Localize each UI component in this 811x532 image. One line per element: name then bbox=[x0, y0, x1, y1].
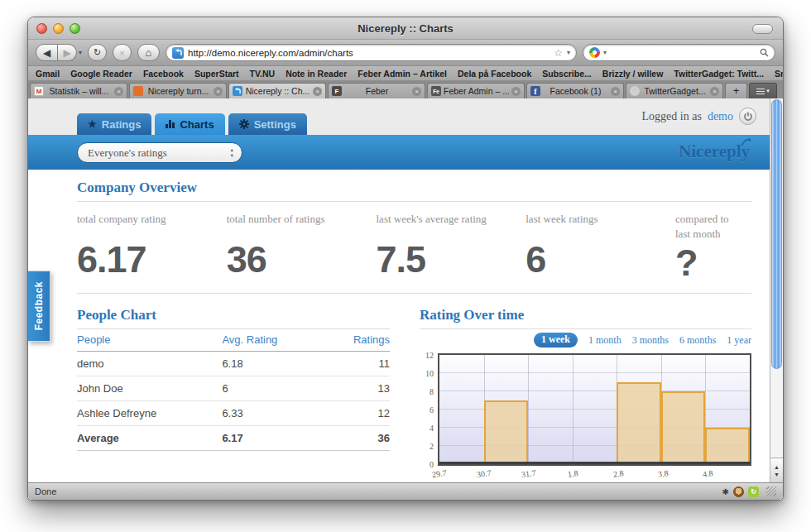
web-search-input[interactable] bbox=[610, 48, 756, 58]
tab-close-icon[interactable]: × bbox=[412, 87, 421, 96]
bug-icon[interactable]: ✱ bbox=[722, 487, 729, 496]
tab-ratings[interactable]: ★ Ratings bbox=[77, 113, 151, 135]
bookmark-item[interactable]: Note in Reader bbox=[286, 69, 347, 79]
stop-icon: × bbox=[119, 48, 124, 58]
x-tick-label: 29.7 bbox=[431, 468, 447, 479]
column-header-people[interactable]: People bbox=[77, 329, 222, 352]
bookmark-item[interactable]: Subscribe... bbox=[542, 69, 592, 79]
reload-button[interactable]: ↻ bbox=[88, 44, 107, 61]
browser-tab-twittergadget[interactable]: TwitterGadget... × bbox=[626, 83, 723, 98]
period-1-week[interactable]: 1 week bbox=[534, 333, 578, 347]
stat-last-week-average-rating: last week's average rating 7.5 bbox=[377, 212, 526, 285]
power-icon bbox=[743, 112, 753, 122]
tab-close-icon[interactable]: × bbox=[214, 87, 223, 96]
close-window-button[interactable] bbox=[36, 23, 47, 34]
browser-tab-statistik[interactable]: M Statistik – will... × bbox=[30, 83, 127, 98]
web-search-bar[interactable]: ▾ bbox=[583, 44, 775, 61]
toolbar-toggle-button[interactable] bbox=[752, 24, 773, 34]
app-header: ★ Ratings Charts Settings Logged in as d… bbox=[28, 98, 770, 135]
browser-tab-facebook[interactable]: f Facebook (1) × bbox=[526, 83, 624, 98]
url-dropdown-icon[interactable]: ▾ bbox=[567, 49, 570, 56]
logout-button[interactable] bbox=[739, 108, 756, 125]
vertical-scrollbar[interactable]: ▲ ▼ bbox=[770, 98, 783, 482]
divider bbox=[420, 328, 751, 329]
feber-admin-icon: Fe bbox=[431, 86, 441, 96]
bookmark-item[interactable]: TV.NU bbox=[250, 69, 276, 79]
scroll-up-arrow[interactable]: ▲ bbox=[774, 464, 780, 470]
y-tick-label: 10 bbox=[425, 369, 434, 378]
tab-close-icon[interactable]: × bbox=[114, 87, 123, 96]
twittergadget-icon bbox=[630, 86, 640, 96]
rating-over-time-title: Rating Over time bbox=[420, 307, 751, 324]
stat-total-number-of-ratings: total number of ratings 36 bbox=[227, 212, 377, 285]
bookmark-item[interactable]: Feber Admin – Artikel bbox=[358, 69, 447, 79]
period-6-months[interactable]: 6 months bbox=[679, 334, 716, 347]
scroll-down-arrow[interactable]: ▼ bbox=[774, 472, 780, 477]
home-button[interactable]: ⌂ bbox=[137, 44, 160, 61]
reload-icon: ↻ bbox=[94, 47, 101, 58]
bookmark-item[interactable]: Facebook bbox=[143, 69, 184, 79]
nicereply-logo: Nicereply bbox=[679, 141, 750, 162]
stop-button[interactable]: × bbox=[113, 44, 132, 61]
bookmark-item[interactable]: TwitterGadget: Twitt... bbox=[674, 69, 764, 79]
window-controls bbox=[36, 23, 80, 34]
status-bar: Done ✱ ↻ bbox=[28, 482, 783, 500]
bookmark-item[interactable]: Snip! bbox=[775, 69, 783, 79]
tab-close-icon[interactable]: × bbox=[313, 87, 322, 96]
bookmark-star-icon[interactable]: ☆ bbox=[554, 47, 563, 59]
logged-in-status: Logged in as demo bbox=[642, 108, 756, 125]
username-link[interactable]: demo bbox=[708, 110, 733, 123]
browser-tab-nicereply-blog[interactable]: Nicereply turn... × bbox=[129, 83, 227, 98]
app-body: Company Overview total company rating 6.… bbox=[28, 170, 770, 482]
tab-charts[interactable]: Charts bbox=[155, 113, 224, 135]
chart-bar bbox=[661, 391, 706, 464]
browser-tab-nicereply-charts[interactable]: Nicereply :: Ch... × bbox=[228, 83, 326, 98]
search-engine-dropdown-icon[interactable]: ▾ bbox=[603, 49, 607, 56]
nicereply-page: ★ Ratings Charts Settings Logged in as d… bbox=[28, 98, 770, 482]
back-button[interactable]: ◀ bbox=[36, 44, 58, 61]
tab-list-button[interactable]: ▾ bbox=[749, 83, 777, 98]
select-stepper-icon: ▲▼ bbox=[230, 147, 234, 157]
forward-button[interactable]: ▶ bbox=[58, 44, 77, 61]
browser-tab-feber[interactable]: F Feber × bbox=[328, 83, 425, 98]
sync-addon-icon[interactable]: ↻ bbox=[748, 486, 759, 497]
tab-close-icon[interactable]: × bbox=[710, 87, 719, 96]
column-header-avg-rating[interactable]: Avg. Rating bbox=[222, 329, 323, 352]
tab-close-icon[interactable]: × bbox=[511, 87, 521, 96]
address-bar[interactable]: ☆ ▾ bbox=[166, 44, 577, 61]
history-dropdown-icon[interactable]: ▾ bbox=[79, 49, 82, 56]
bookmark-item[interactable]: Dela på Facebook bbox=[458, 69, 531, 79]
period-3-months[interactable]: 3 months bbox=[632, 334, 669, 347]
minimize-window-button[interactable] bbox=[53, 23, 64, 34]
column-header-ratings[interactable]: Ratings bbox=[324, 329, 390, 352]
tab-settings[interactable]: Settings bbox=[228, 113, 307, 135]
tab-close-icon[interactable]: × bbox=[611, 87, 620, 96]
stat-total-company-rating: total company rating 6.17 bbox=[77, 212, 227, 285]
bookmark-item[interactable]: Google Reader bbox=[70, 69, 132, 79]
x-tick-label: 4.8 bbox=[702, 469, 713, 480]
chart-bar bbox=[484, 400, 529, 464]
site-favicon bbox=[172, 47, 184, 59]
bookmark-item[interactable]: SuperStart bbox=[194, 69, 239, 79]
overview-stats: total company rating 6.17 total number o… bbox=[77, 202, 751, 288]
x-tick-label: 1.8 bbox=[568, 469, 579, 480]
bookmark-item[interactable]: Brizzly / willew bbox=[602, 69, 664, 79]
new-tab-button[interactable]: + bbox=[725, 83, 747, 98]
feedback-tab[interactable]: Feedback bbox=[28, 271, 50, 342]
url-input[interactable] bbox=[188, 48, 549, 58]
y-tick-label: 12 bbox=[425, 351, 434, 360]
period-1-month[interactable]: 1 month bbox=[588, 334, 621, 347]
browser-viewport: Feedback ★ Ratings Charts Settings bbox=[28, 98, 783, 482]
ratings-filter-select[interactable]: Everyone's ratings ▲▼ bbox=[77, 142, 242, 163]
zoom-window-button[interactable] bbox=[70, 23, 80, 34]
title-bar[interactable]: Nicereply :: Charts bbox=[28, 17, 783, 40]
y-tick-label: 6 bbox=[429, 405, 434, 415]
bookmark-item[interactable]: Gmail bbox=[36, 69, 60, 79]
scrollbar-thumb[interactable] bbox=[771, 99, 782, 369]
greasemonkey-icon[interactable] bbox=[733, 486, 744, 497]
period-1-year[interactable]: 1 year bbox=[727, 334, 751, 347]
resize-grip[interactable] bbox=[766, 486, 776, 496]
browser-tab-feber-admin[interactable]: Fe Feber Admin – ... × bbox=[427, 83, 525, 98]
window-title: Nicereply :: Charts bbox=[358, 22, 453, 35]
google-search-engine-icon[interactable] bbox=[589, 47, 600, 58]
